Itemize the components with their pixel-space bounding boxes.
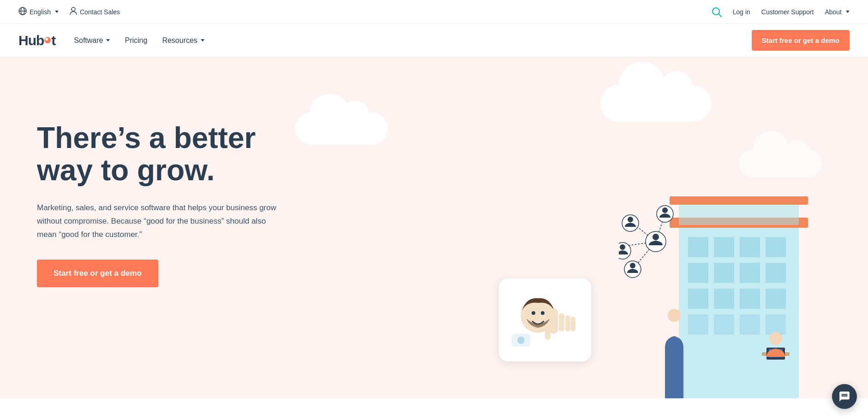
svg-point-40: [769, 332, 782, 345]
search-button[interactable]: [712, 7, 722, 17]
customer-support-link[interactable]: Customer Support: [761, 8, 814, 16]
globe-icon: [18, 7, 27, 17]
chat-icon: [838, 390, 850, 398]
svg-point-8: [532, 311, 535, 315]
logo-text-end: t: [51, 33, 55, 48]
building-svg: [619, 159, 850, 398]
about-menu[interactable]: About: [825, 8, 850, 16]
chevron-down-icon: [55, 11, 59, 13]
resources-menu[interactable]: Resources: [162, 36, 204, 45]
chevron-down-icon: [846, 11, 850, 13]
customer-support-label: Customer Support: [761, 8, 814, 16]
software-menu[interactable]: Software: [74, 36, 110, 45]
person-icon: [70, 7, 77, 17]
svg-rect-22: [714, 237, 734, 257]
top-bar-left: English Contact Sales: [18, 7, 120, 17]
svg-rect-29: [688, 289, 708, 309]
svg-rect-14: [545, 327, 551, 340]
chevron-down-icon: [201, 39, 204, 41]
svg-rect-23: [740, 237, 760, 257]
logo-text-start: Hub: [18, 33, 44, 48]
contact-sales-label: Contact Sales: [80, 8, 120, 16]
logo-dot: [44, 37, 51, 43]
language-selector[interactable]: English: [18, 7, 59, 17]
svg-rect-11: [559, 313, 564, 331]
svg-point-3: [72, 7, 75, 11]
svg-rect-19: [670, 196, 808, 205]
svg-rect-35: [740, 314, 760, 335]
main-nav: Hub t Software Pricing Resources Start f…: [0, 24, 868, 57]
svg-point-53: [628, 217, 633, 222]
login-link[interactable]: Log in: [733, 8, 750, 16]
about-label: About: [825, 8, 842, 16]
hero-content: There’s a better way to grow. Marketing,…: [37, 94, 314, 287]
svg-point-51: [662, 207, 668, 213]
svg-rect-33: [688, 314, 708, 335]
pricing-label: Pricing: [125, 36, 147, 45]
svg-point-4: [712, 8, 719, 15]
svg-rect-30: [714, 289, 734, 309]
cloud-2: [600, 85, 711, 122]
top-bar-right: Log in Customer Support About: [712, 7, 850, 17]
hero-illustration: [453, 131, 868, 398]
svg-rect-24: [766, 237, 786, 257]
svg-rect-12: [565, 315, 570, 331]
nav-left: Hub t Software Pricing Resources: [18, 33, 204, 48]
nav-cta-button[interactable]: Start free or get a demo: [752, 30, 850, 51]
top-bar: English Contact Sales Log in Customer Su…: [0, 0, 868, 24]
video-illustration-svg: [508, 285, 582, 355]
svg-rect-21: [688, 237, 708, 257]
hero-title: There’s a better way to grow.: [37, 122, 314, 187]
svg-point-49: [630, 263, 635, 268]
svg-rect-13: [571, 317, 575, 331]
nav-links: Software Pricing Resources: [74, 36, 204, 45]
svg-rect-27: [740, 263, 760, 283]
svg-rect-31: [740, 289, 760, 309]
svg-point-16: [517, 337, 525, 344]
contact-sales-link[interactable]: Contact Sales: [70, 7, 120, 17]
svg-rect-36: [766, 314, 786, 335]
hero-subtitle: Marketing, sales, and service software t…: [37, 201, 277, 242]
svg-rect-25: [688, 263, 708, 283]
language-label: English: [30, 8, 51, 16]
svg-rect-26: [714, 263, 734, 283]
chevron-down-icon: [106, 39, 110, 41]
login-label: Log in: [733, 8, 750, 16]
video-call-illustration: [499, 278, 591, 361]
svg-point-9: [541, 311, 545, 315]
building-group: [619, 159, 850, 398]
svg-point-41: [668, 309, 681, 322]
resources-label: Resources: [162, 36, 197, 45]
hubspot-logo[interactable]: Hub t: [18, 33, 55, 48]
pricing-link[interactable]: Pricing: [125, 36, 147, 45]
svg-rect-10: [550, 308, 558, 334]
svg-rect-28: [766, 263, 786, 283]
svg-line-5: [718, 14, 721, 17]
software-label: Software: [74, 36, 103, 45]
hero-cta-button[interactable]: Start free or get a demo: [37, 260, 158, 287]
svg-rect-34: [714, 314, 734, 335]
svg-rect-20: [679, 205, 799, 225]
hero-section: There’s a better way to grow. Marketing,…: [0, 57, 868, 398]
svg-point-55: [620, 244, 625, 250]
svg-rect-32: [766, 289, 786, 309]
svg-point-47: [652, 234, 659, 240]
